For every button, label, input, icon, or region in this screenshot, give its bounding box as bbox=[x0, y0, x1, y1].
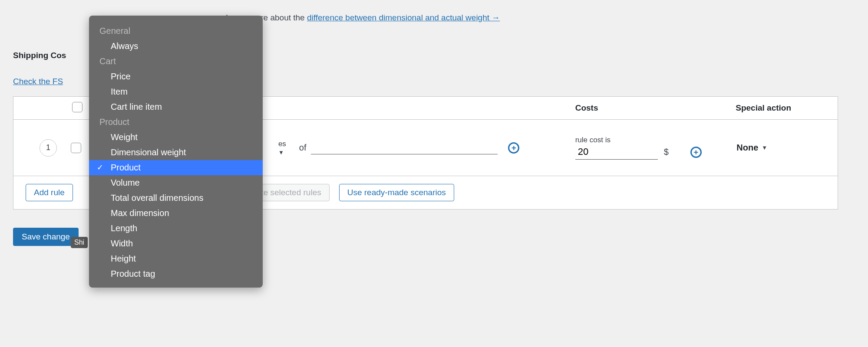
check-fs-link[interactable]: Check the FS bbox=[13, 77, 63, 86]
chevron-down-icon: ▼ bbox=[762, 144, 767, 151]
dropdown-item[interactable]: Always bbox=[89, 39, 263, 54]
header-special-action: Special action bbox=[736, 103, 838, 113]
of-value-select[interactable] bbox=[311, 141, 498, 154]
dropdown-item[interactable]: Product tag bbox=[89, 266, 263, 282]
dropdown-item[interactable]: Length bbox=[89, 221, 263, 236]
dropdown-item[interactable]: Cart line item bbox=[89, 99, 263, 115]
dropdown-item[interactable]: Height bbox=[89, 251, 263, 266]
dropdown-group-label: Cart bbox=[89, 54, 263, 69]
row-index: 1 bbox=[40, 139, 57, 157]
dropdown-item[interactable]: Volume bbox=[89, 175, 263, 190]
dropdown-item[interactable]: Weight bbox=[89, 130, 263, 145]
header-costs: Costs bbox=[575, 103, 736, 113]
dropdown-item[interactable]: Max dimension bbox=[89, 206, 263, 221]
use-scenarios-button[interactable]: Use ready-made scenarios bbox=[339, 184, 454, 201]
dropdown-item[interactable]: Product bbox=[89, 160, 263, 175]
dropdown-group-label: General bbox=[89, 23, 263, 39]
condition-trailing-label: es bbox=[278, 140, 286, 148]
learn-more-link[interactable]: difference between dimensional and actua… bbox=[307, 13, 500, 22]
of-label: of bbox=[299, 143, 307, 153]
dropdown-item[interactable]: Price bbox=[89, 69, 263, 84]
add-cost-button[interactable]: + bbox=[690, 147, 702, 158]
add-rule-button[interactable]: Add rule bbox=[26, 184, 73, 201]
dropdown-group-label: Product bbox=[89, 115, 263, 130]
special-action-value: None bbox=[736, 143, 758, 153]
condition-type-dropdown[interactable]: GeneralAlwaysCartPriceItemCart line item… bbox=[89, 16, 263, 288]
dropdown-item[interactable]: Total overall dimensions bbox=[89, 190, 263, 206]
dropdown-item[interactable]: Item bbox=[89, 84, 263, 99]
learn-more-text: Learn more about the difference between … bbox=[226, 13, 855, 23]
tooltip-chip: Shi bbox=[71, 237, 88, 248]
row-checkbox[interactable] bbox=[71, 143, 81, 153]
dropdown-item[interactable]: Dimensional weight bbox=[89, 145, 263, 160]
special-action-select[interactable]: None ▼ bbox=[736, 141, 768, 154]
cost-label: rule cost is bbox=[575, 136, 611, 144]
add-condition-button[interactable]: + bbox=[508, 142, 519, 154]
chevron-down-icon[interactable]: ▼ bbox=[278, 149, 284, 156]
save-changes-button[interactable]: Save change bbox=[13, 228, 79, 246]
select-all-checkbox[interactable] bbox=[72, 102, 83, 112]
dropdown-item[interactable]: Width bbox=[89, 236, 263, 251]
cost-input[interactable] bbox=[575, 144, 658, 160]
currency-symbol: $ bbox=[664, 147, 669, 157]
